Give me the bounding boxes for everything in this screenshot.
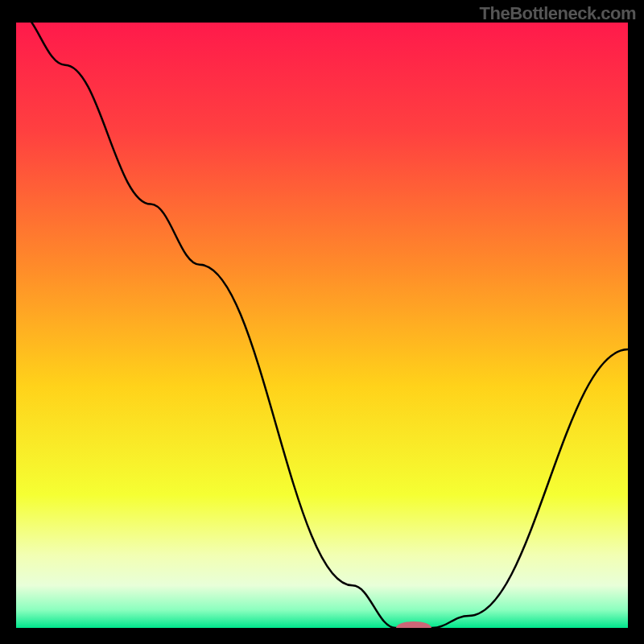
- watermark-text: TheBottleneck.com: [480, 3, 636, 24]
- optimal-marker: [396, 621, 431, 634]
- bottleneck-chart: [0, 0, 644, 644]
- gradient-background: [16, 23, 628, 628]
- chart-frame: TheBottleneck.com: [0, 0, 644, 644]
